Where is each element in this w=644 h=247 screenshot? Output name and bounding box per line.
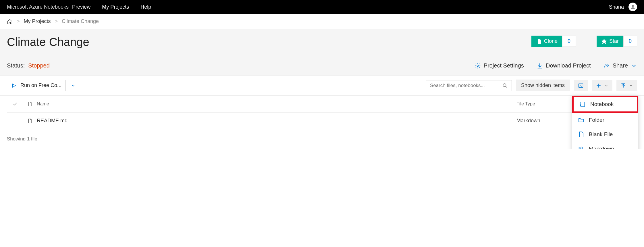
check-icon (12, 101, 18, 107)
status-row: Status: Stopped Project Settings Downloa… (7, 62, 637, 69)
brand-name: Microsoft Azure Notebooks (7, 4, 69, 10)
page-title: Climate Change (7, 36, 89, 49)
breadcrumb-current: Climate Change (62, 18, 99, 24)
gear-icon (475, 63, 481, 69)
col-type-header[interactable]: File Type (516, 101, 574, 107)
status-left: Status: Stopped (7, 62, 50, 69)
table-header: Name File Type Modified On (7, 96, 637, 113)
title-actions: Clone 0 Star 0 (531, 36, 637, 47)
status-right: Project Settings Download Project Share (475, 62, 637, 69)
clone-main: Clone (531, 36, 562, 47)
star-main: Star (597, 36, 623, 47)
home-icon[interactable] (7, 19, 13, 24)
breadcrumb-sep: > (17, 18, 20, 24)
footer-showing: Showing 1 file (0, 129, 644, 149)
topbar-left: Microsoft Azure Notebooks Preview My Pro… (7, 4, 151, 10)
username[interactable]: Shana (609, 4, 624, 10)
dropdown-notebook-label: Notebook (590, 101, 614, 107)
search-box[interactable] (426, 80, 512, 91)
download-project-link[interactable]: Download Project (537, 62, 591, 69)
project-settings-label: Project Settings (484, 62, 524, 69)
toolbar: Run on Free Co... Show hidden items (0, 76, 644, 96)
upload-icon (620, 83, 626, 88)
new-button[interactable] (592, 80, 612, 91)
nav-help[interactable]: Help (140, 4, 151, 10)
svg-point-2 (477, 65, 479, 67)
star-label: Star (609, 38, 619, 44)
row-icon (23, 118, 37, 124)
share-label: Share (613, 62, 628, 69)
svg-rect-5 (581, 102, 585, 107)
chevron-down-icon (604, 84, 608, 88)
file-icon (27, 101, 32, 107)
chevron-down-icon (629, 84, 633, 88)
file-icon (27, 118, 32, 124)
table-row[interactable]: README.md Markdown Jan 17, 201 (7, 113, 637, 129)
terminal-icon (578, 83, 584, 88)
col-icon-header (23, 101, 37, 107)
terminal-button[interactable] (574, 80, 588, 91)
search-input[interactable] (430, 83, 499, 88)
clone-count: 0 (562, 36, 576, 47)
dropdown-blank-file-label: Blank File (589, 131, 613, 138)
dropdown-item-markdown[interactable]: Markdown (572, 142, 638, 149)
file-table: Name File Type Modified On README.md Mar… (0, 96, 644, 129)
status-label: Status: (7, 62, 25, 69)
dropdown-markdown-label: Markdown (589, 146, 614, 149)
svg-point-0 (632, 5, 634, 7)
star-icon (601, 38, 607, 44)
run-button[interactable]: Run on Free Co... (7, 80, 81, 91)
run-main: Run on Free Co... (7, 80, 65, 91)
brand[interactable]: Microsoft Azure Notebooks Preview (7, 4, 90, 10)
clone-icon (536, 38, 542, 44)
dropdown-item-blank-file[interactable]: Blank File (572, 127, 638, 142)
title-top: Climate Change Clone 0 Star 0 (7, 36, 637, 49)
new-dropdown-menu: Notebook Folder Blank File Markdown (572, 96, 638, 149)
notebook-icon (579, 101, 586, 107)
upload-button[interactable] (616, 80, 637, 91)
show-hidden-button[interactable]: Show hidden items (516, 80, 570, 91)
plus-icon (596, 83, 601, 88)
download-project-label: Download Project (546, 62, 591, 69)
share-link[interactable]: Share (603, 62, 637, 69)
dropdown-item-folder[interactable]: Folder (572, 113, 638, 127)
show-hidden-label: Show hidden items (521, 82, 565, 88)
status-value: Stopped (28, 62, 50, 69)
svg-rect-1 (538, 40, 541, 44)
topbar-right: Shana (609, 3, 637, 11)
breadcrumb: > My Projects > Climate Change (0, 14, 644, 29)
user-icon (630, 4, 636, 10)
toolbar-right: Show hidden items (426, 80, 637, 91)
top-nav-bar: Microsoft Azure Notebooks Preview My Pro… (0, 0, 644, 14)
row-type: Markdown (516, 118, 574, 124)
download-icon (537, 63, 543, 69)
avatar[interactable] (628, 3, 637, 11)
title-section: Climate Change Clone 0 Star 0 Status: St… (0, 29, 644, 76)
svg-point-3 (503, 84, 506, 87)
file-icon (578, 131, 584, 138)
markdown-icon (578, 146, 584, 149)
nav-my-projects[interactable]: My Projects (102, 4, 129, 10)
breadcrumb-my-projects[interactable]: My Projects (24, 18, 51, 24)
play-icon (11, 83, 16, 88)
row-name[interactable]: README.md (37, 118, 516, 124)
clone-button[interactable]: Clone 0 (531, 36, 576, 47)
svg-rect-4 (579, 84, 583, 87)
project-settings-link[interactable]: Project Settings (475, 62, 524, 69)
dropdown-folder-label: Folder (589, 117, 604, 123)
col-name-header[interactable]: Name (37, 101, 516, 107)
search-icon (502, 83, 508, 88)
chevron-down-icon (71, 83, 76, 88)
run-label: Run on Free Co... (20, 82, 61, 88)
star-button[interactable]: Star 0 (597, 36, 637, 47)
star-count: 0 (623, 36, 637, 47)
col-check-header[interactable] (7, 101, 23, 107)
chevron-down-icon (631, 63, 637, 69)
brand-preview: Preview (72, 4, 90, 10)
clone-label: Clone (544, 38, 558, 44)
dropdown-item-notebook[interactable]: Notebook (572, 96, 638, 113)
breadcrumb-sep: > (55, 18, 58, 24)
run-dropdown[interactable] (65, 80, 81, 91)
folder-icon (578, 117, 584, 123)
share-icon (603, 63, 610, 69)
